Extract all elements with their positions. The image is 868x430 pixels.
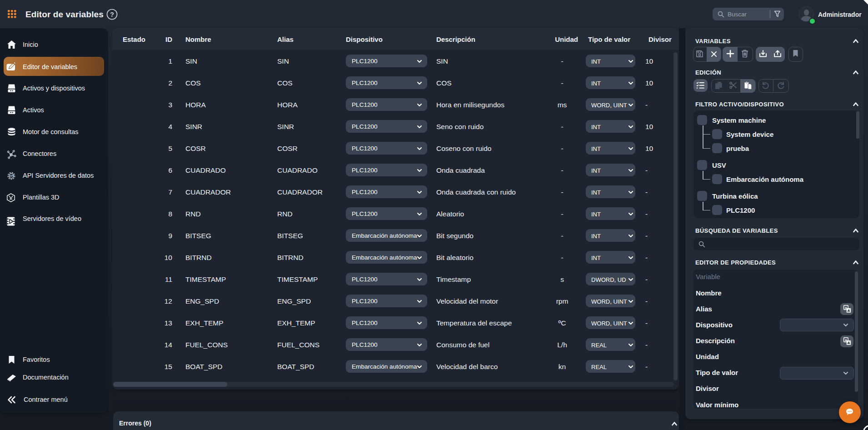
svg-text:?: ? [110, 11, 114, 18]
svg-text:API: API [10, 175, 14, 177]
